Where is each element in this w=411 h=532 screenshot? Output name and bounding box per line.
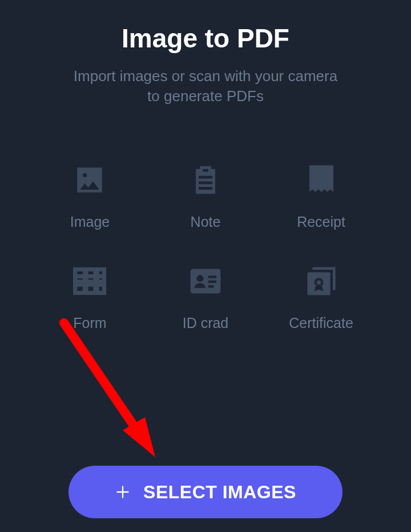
tile-label: Receipt [297, 214, 345, 230]
tile-label: Form [73, 315, 106, 331]
plus-icon [115, 484, 131, 500]
tile-certificate[interactable]: Certificate [289, 265, 353, 331]
tile-label: Certificate [289, 315, 353, 331]
select-images-button[interactable]: SELECT IMAGES [68, 466, 342, 518]
tile-label: Note [191, 214, 221, 230]
tile-receipt[interactable]: Receipt [289, 163, 353, 230]
tile-label: Image [70, 214, 110, 230]
svg-rect-7 [208, 276, 216, 278]
select-images-label: SELECT IMAGES [143, 482, 296, 503]
svg-line-12 [64, 323, 142, 437]
svg-rect-9 [208, 285, 214, 287]
image-icon [73, 163, 106, 197]
tile-note[interactable]: Note [174, 163, 238, 230]
tile-label: ID crad [183, 315, 229, 331]
page-subtitle: Import images or scan with your camera t… [68, 66, 342, 106]
id-card-icon [189, 265, 222, 298]
svg-point-6 [196, 275, 203, 282]
form-icon [73, 265, 106, 298]
category-grid: Image Note Receipt Form [58, 163, 353, 331]
svg-rect-8 [208, 281, 216, 283]
svg-marker-13 [123, 417, 155, 457]
tile-form[interactable]: Form [58, 265, 122, 331]
certificate-icon [305, 265, 338, 298]
receipt-icon [305, 163, 338, 197]
tile-image[interactable]: Image [58, 163, 122, 230]
tile-id-card[interactable]: ID crad [174, 265, 238, 331]
page-title: Image to PDF [122, 23, 289, 54]
note-icon [189, 163, 222, 197]
annotation-arrow-icon [57, 317, 171, 477]
